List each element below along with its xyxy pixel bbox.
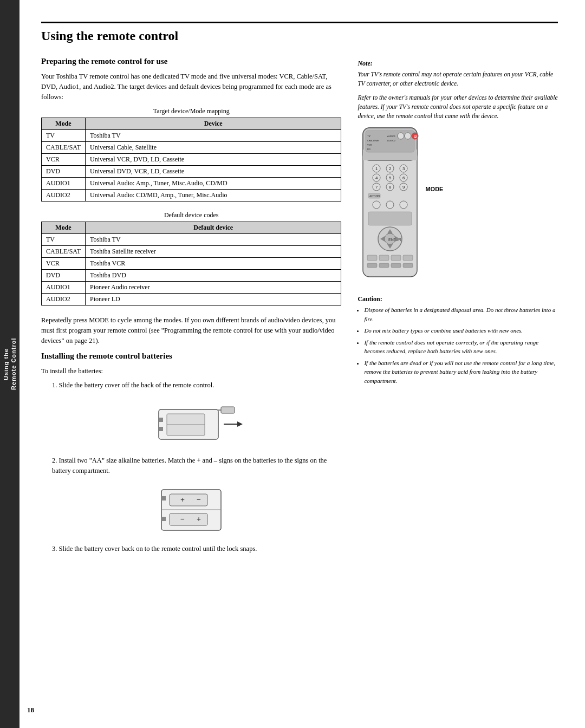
svg-rect-66 [391,255,401,261]
note-box: Note: Your TV's remote control may not o… [358,60,558,121]
side-tab-line2: Remote Control [10,338,17,391]
table1-mode-cell: AUDIO1 [42,178,86,190]
svg-rect-56 [368,212,412,225]
table1-mode-cell: CABLE/SAT [42,142,86,154]
table-row: DVDUniversal DVD, VCR, LD, Cassette [42,166,341,178]
install-intro: To install the batteries: [41,366,341,376]
table-row: AUDIO2Pioneer LD [42,294,341,306]
svg-text:VCR: VCR [367,144,372,146]
svg-rect-13 [170,494,207,506]
page-title: Using the remote control [41,22,558,43]
note-title: Note: [358,60,558,68]
table2-device-cell: Toshiba Satellite receiver [86,246,341,258]
svg-rect-11 [161,496,166,500]
table1-device-cell: Universal Audio: Amp., Tuner, Misc.Audio… [86,178,341,190]
remote-control-image: TV CABLE/SAT VCR RD AUDIO1 AUDIO2 ⏻ [358,125,422,284]
table1-device-cell: Universal VCR, DVD, LD, Cassette [86,154,341,166]
table-row: AUDIO2Universal Audio: CD/MD, Amp., Tune… [42,190,341,202]
caution-item: Dispose of batteries in a designated dis… [364,306,558,323]
side-tab: Using the Remote Control [0,0,20,728]
caution-box: Caution: Dispose of batteries in a desig… [358,295,558,385]
table2-mode-cell: AUDIO2 [42,294,86,306]
svg-rect-65 [379,255,389,261]
svg-text:TV: TV [367,135,370,138]
table2-caption: Default device codes [41,211,341,219]
two-col-layout: Preparing the remote control for use You… [41,57,558,558]
caution-item: If the batteries are dead or if you will… [364,359,558,386]
table2-mode-cell: DVD [42,270,86,282]
svg-rect-12 [161,517,166,521]
svg-point-29 [398,133,404,139]
svg-text:RD: RD [367,148,370,151]
target-device-table: Mode Device TVToshiba TVCABLE/SATUnivers… [41,118,341,202]
table2-mode-cell: VCR [42,258,86,270]
main-content: Using the remote control Preparing the r… [20,0,585,728]
svg-rect-16 [170,514,207,525]
page-number: 18 [27,706,34,714]
note-text-1: Your TV's remote control may not operate… [358,70,558,89]
svg-point-30 [405,133,411,139]
svg-text:AUDIO2: AUDIO2 [387,139,396,142]
table1-device-cell: Toshiba TV [86,130,341,142]
svg-rect-70 [391,263,401,268]
table-row: VCRToshiba VCR [42,258,341,270]
default-device-table: Mode Default device TVToshiba TVCABLE/SA… [41,222,341,306]
table-row: TVToshiba TV [42,234,341,246]
svg-text:+: + [180,496,185,504]
right-column: Note: Your TV's remote control may not o… [358,57,558,558]
table1-mode-cell: VCR [42,154,86,166]
table2-device-cell: Toshiba DVD [86,270,341,282]
svg-text:9: 9 [402,185,405,190]
table2-device-cell: Toshiba TV [86,234,341,246]
caution-item: Do not mix battery types or combine used… [364,326,558,335]
table-row: DVDToshiba DVD [42,270,341,282]
svg-text:AUDIO1: AUDIO1 [387,135,396,138]
table-row: AUDIO1Pioneer Audio receiver [42,282,341,294]
table1-caption: Target device/Mode mapping [41,107,341,115]
mode-label-container: MODE [425,125,443,193]
table2-mode-cell: TV [42,234,86,246]
table1-mode-cell: AUDIO2 [42,190,86,202]
table-row: CABLE/SATUniversal Cable, Satellite [42,142,341,154]
preparing-heading: Preparing the remote control for use [41,57,341,66]
svg-text:5: 5 [389,176,392,180]
svg-rect-4 [159,427,163,431]
svg-text:6: 6 [402,176,405,180]
table-row: CABLE/SATToshiba Satellite receiver [42,246,341,258]
svg-text:ACTION: ACTION [369,194,380,198]
caution-title: Caution: [358,295,558,303]
svg-text:−: − [197,496,201,504]
table-row: VCRUniversal VCR, DVD, LD, Cassette [42,154,341,166]
svg-rect-7 [221,407,235,413]
table1-mode-cell: DVD [42,166,86,178]
installing-heading: Installing the remote control batteries [41,352,341,361]
left-column: Preparing the remote control for use You… [41,57,341,558]
caution-list: Dispose of batteries in a designated dis… [358,306,558,385]
svg-rect-71 [403,263,413,268]
svg-text:−: − [180,515,185,523]
table2-col-device: Default device [86,222,341,234]
table1-device-cell: Universal Cable, Satellite [86,142,341,154]
svg-point-54 [386,201,394,209]
install-step3: 3. Slide the battery cover back on to th… [41,544,341,554]
svg-text:8: 8 [389,185,392,190]
page-container: Using the Remote Control Using the remot… [0,0,585,728]
table1-col-device: Device [86,118,341,130]
svg-rect-67 [403,255,413,261]
followup-text: Repeatedly press MODE to cycle among the… [41,315,341,346]
mode-label: MODE [425,186,443,192]
svg-text:4: 4 [375,176,378,180]
table2-device-cell: Toshiba VCR [86,258,341,270]
battery-diagram-open [41,399,341,447]
svg-text:7: 7 [375,185,378,190]
table2-col-mode: Mode [42,222,86,234]
battery-diagram-batteries: + − − + [41,484,341,536]
svg-text:3: 3 [402,166,405,171]
table2-mode-cell: AUDIO1 [42,282,86,294]
table2-mode-cell: CABLE/SAT [42,246,86,258]
table2-device-cell: Pioneer LD [86,294,341,306]
svg-text:ENTER: ENTER [388,238,401,242]
table2-device-cell: Pioneer Audio receiver [86,282,341,294]
svg-rect-64 [367,255,377,261]
svg-text:1: 1 [375,166,378,171]
